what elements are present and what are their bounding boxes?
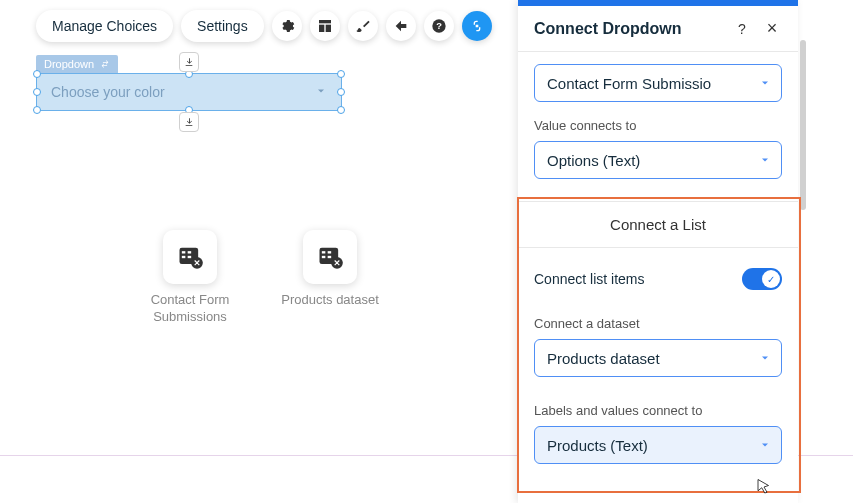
dataset-select-value: Contact Form Submissio xyxy=(547,75,711,92)
panel-body: Contact Form Submissio Value connects to… xyxy=(518,52,798,503)
close-icon[interactable]: × xyxy=(762,18,782,39)
resize-handle[interactable] xyxy=(337,70,345,78)
chevron-down-icon xyxy=(759,437,771,454)
dropdown-placeholder-text: Choose your color xyxy=(51,84,165,100)
resize-handle[interactable] xyxy=(337,88,345,96)
panel-title: Connect Dropdown xyxy=(534,20,732,38)
labels-values-select[interactable]: Products (Text) xyxy=(534,426,782,464)
svg-rect-15 xyxy=(328,256,332,258)
layout-icon[interactable] xyxy=(310,11,340,41)
data-connect-icon[interactable] xyxy=(462,11,492,41)
svg-rect-7 xyxy=(188,251,192,253)
svg-rect-8 xyxy=(182,256,186,258)
toggle-knob: ✓ xyxy=(762,270,780,288)
value-connects-label: Value connects to xyxy=(534,118,782,133)
datasets-container: Contact Form Submissions Products datase… xyxy=(140,230,380,326)
svg-rect-0 xyxy=(319,20,331,23)
toolbar: Manage Choices Settings ? xyxy=(36,10,492,42)
manage-choices-button[interactable]: Manage Choices xyxy=(36,10,173,42)
help-icon[interactable]: ? xyxy=(424,11,454,41)
svg-rect-9 xyxy=(188,256,192,258)
value-select-value: Options (Text) xyxy=(547,152,640,169)
connect-dataset-select[interactable]: Products dataset xyxy=(534,339,782,377)
dataset-icon xyxy=(303,230,357,284)
chevron-down-icon xyxy=(315,84,327,100)
svg-text:?: ? xyxy=(436,21,442,31)
connect-dataset-select-value: Products dataset xyxy=(547,350,660,367)
download-icon[interactable] xyxy=(179,112,199,132)
dataset-icon xyxy=(163,230,217,284)
settings-button[interactable]: Settings xyxy=(181,10,264,42)
resize-handle[interactable] xyxy=(33,106,41,114)
scrollbar[interactable] xyxy=(800,40,806,210)
dataset-item[interactable]: Contact Form Submissions xyxy=(140,230,240,326)
element-type-label: Dropdown xyxy=(36,55,118,73)
cursor-icon xyxy=(755,478,773,496)
gear-icon[interactable] xyxy=(272,11,302,41)
dataset-label: Products dataset xyxy=(281,292,379,309)
connect-dataset-label: Connect a dataset xyxy=(534,316,782,331)
dataset-item[interactable]: Products dataset xyxy=(280,230,380,326)
brush-icon[interactable] xyxy=(348,11,378,41)
download-icon[interactable] xyxy=(179,52,199,72)
resize-handle[interactable] xyxy=(33,88,41,96)
svg-rect-13 xyxy=(328,251,332,253)
resize-handle[interactable] xyxy=(33,70,41,78)
help-icon[interactable]: ? xyxy=(732,21,752,37)
connect-panel: Connect Dropdown ? × Contact Form Submis… xyxy=(518,0,798,503)
value-select[interactable]: Options (Text) xyxy=(534,141,782,179)
element-type-text: Dropdown xyxy=(44,58,94,70)
chevron-down-icon xyxy=(759,75,771,92)
svg-rect-12 xyxy=(322,251,326,253)
chevron-down-icon xyxy=(759,152,771,169)
dataset-label: Contact Form Submissions xyxy=(140,292,240,326)
connect-list-header: Connect a List xyxy=(518,201,798,248)
swap-icon xyxy=(100,59,110,69)
connect-list-items-label: Connect list items xyxy=(534,271,644,287)
chevron-down-icon xyxy=(759,350,771,367)
svg-rect-14 xyxy=(322,256,326,258)
connect-list-items-row: Connect list items ✓ xyxy=(534,268,782,290)
svg-rect-2 xyxy=(325,25,330,32)
panel-header: Connect Dropdown ? × xyxy=(518,6,798,52)
dataset-select[interactable]: Contact Form Submissio xyxy=(534,64,782,102)
animation-icon[interactable] xyxy=(386,11,416,41)
svg-rect-1 xyxy=(319,25,324,32)
labels-values-label: Labels and values connect to xyxy=(534,403,782,418)
dropdown-placeholder-box[interactable]: Choose your color xyxy=(36,73,342,111)
resize-handle[interactable] xyxy=(337,106,345,114)
labels-values-select-value: Products (Text) xyxy=(547,437,648,454)
canvas-dropdown-element[interactable]: Dropdown Choose your color xyxy=(36,55,342,111)
connect-list-toggle[interactable]: ✓ xyxy=(742,268,782,290)
svg-rect-6 xyxy=(182,251,186,253)
